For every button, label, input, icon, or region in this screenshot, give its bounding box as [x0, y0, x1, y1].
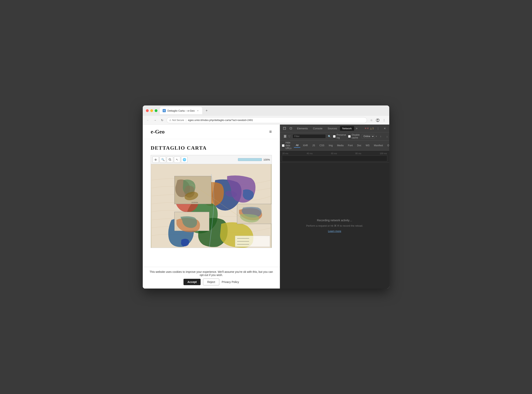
devtools-tab-network[interactable]: Network: [340, 126, 354, 131]
subtab-all[interactable]: All: [294, 143, 300, 148]
svg-text:LEGENDA: LEGENDA: [192, 202, 198, 203]
devtools-tab-elements[interactable]: Elements: [295, 126, 310, 131]
reject-button[interactable]: Reject: [203, 279, 219, 285]
map-tool-globe[interactable]: 🌐: [181, 156, 187, 163]
svg-rect-18: [290, 128, 292, 129]
forward-button[interactable]: →: [152, 117, 158, 123]
subtab-manifest[interactable]: Manifest: [372, 144, 385, 147]
error-badge: ✕ 4: [365, 127, 369, 130]
tab-favicon: G: [163, 109, 166, 112]
active-tab[interactable]: G Dettaglio Carta – e-Geo ×: [160, 107, 202, 114]
privacy-policy-link[interactable]: Privacy Policy: [222, 280, 239, 284]
preserve-log-checkbox[interactable]: Preserve log: [333, 134, 346, 139]
error-icon: ✕: [365, 127, 367, 130]
warning-badge: △ 1: [370, 127, 374, 130]
site-header: e-Geo ≡: [143, 124, 280, 139]
subtab-css[interactable]: CSS: [318, 144, 326, 147]
tab-close-button[interactable]: ×: [196, 109, 199, 112]
preserve-log-label: Preserve log: [337, 134, 346, 139]
disable-cache-label: Disable cache: [352, 134, 360, 139]
close-button[interactable]: [146, 109, 149, 112]
menu-button[interactable]: ⋮: [381, 117, 387, 123]
timeline-label-80ms: 80 ms: [355, 152, 361, 155]
error-count: 4: [367, 127, 369, 130]
inspect-element-button[interactable]: [282, 126, 287, 131]
profile-button[interactable]: [375, 117, 380, 123]
not-secure-label: Not Secure: [172, 119, 184, 122]
address-bar[interactable]: ⚠ Not Secure | egeo.unisi.it/index.php/d…: [167, 117, 367, 123]
subtab-ws[interactable]: WS: [364, 144, 371, 147]
bookmark-button[interactable]: ☆: [369, 117, 374, 123]
timeline-label-20ms: 20 ms: [282, 152, 288, 155]
devtools-more-button[interactable]: ⋮: [375, 126, 380, 131]
devtools-badges: ✕ 4 △ 1 ⋮ ✕: [365, 126, 387, 131]
hide-data-urls-label: Hide data URLs: [285, 141, 291, 150]
import-button[interactable]: ↑: [378, 134, 383, 139]
devtools-toolbar-actions: Online ▾ ↑ ↓ ⚙: [362, 134, 389, 139]
map-viewer: ⊕ 🔍 ↖ 🌐 100%: [151, 155, 272, 248]
back-button[interactable]: ←: [145, 117, 151, 123]
cookie-banner: This website uses cookies to improve you…: [143, 267, 280, 289]
devtools-panel: Elements Console Sources Network » ✕ 4 △…: [280, 124, 389, 289]
svg-rect-16: [283, 127, 286, 130]
timeline-bar: [282, 156, 387, 161]
zoom-container: 100%: [238, 158, 270, 161]
devtools-more-tabs[interactable]: »: [355, 127, 359, 130]
cookie-text: This website uses cookies to improve you…: [147, 270, 275, 277]
devtools-close-button[interactable]: ✕: [382, 126, 387, 131]
recording-label: Recording network activity…: [317, 219, 352, 222]
export-button[interactable]: ↓: [385, 134, 389, 139]
subtab-xhr[interactable]: XHR: [301, 144, 310, 147]
search-icon[interactable]: 🔍: [328, 135, 331, 138]
svg-text:━━━━━━━━━━━━━━━: ━━━━━━━━━━━━━━━: [237, 241, 249, 242]
throttle-select[interactable]: Online: [362, 134, 375, 139]
subtab-media[interactable]: Media: [335, 144, 345, 147]
subtab-other[interactable]: Other: [385, 144, 389, 147]
dropdown-icon: ▾: [376, 135, 377, 138]
subtab-js[interactable]: JS: [310, 144, 317, 147]
subtab-doc[interactable]: Doc: [355, 144, 363, 147]
warning-icon: △: [370, 127, 372, 130]
nav-bar: ← → ↻ ⚠ Not Secure | egeo.unisi.it/index…: [143, 116, 389, 124]
stop-button[interactable]: [284, 135, 286, 138]
recording-instruction: Perform a request or hit ⌘ R to record t…: [306, 224, 363, 227]
timeline-label-40ms: 40 ms: [307, 152, 313, 155]
filter-input[interactable]: [292, 134, 326, 139]
traffic-lights: [146, 109, 157, 112]
subtab-img[interactable]: Img: [327, 144, 334, 147]
refresh-button[interactable]: ↻: [159, 117, 165, 123]
subtab-font[interactable]: Font: [346, 144, 355, 147]
timeline-label-60ms: 60 ms: [331, 152, 337, 155]
maximize-button[interactable]: [155, 109, 157, 112]
hamburger-menu[interactable]: ≡: [269, 129, 272, 134]
hide-data-urls-checkbox[interactable]: Hide data URLs: [282, 141, 291, 150]
zoom-label: 100%: [263, 158, 270, 161]
device-toolbar-button[interactable]: [288, 126, 294, 131]
devtools-topbar: Elements Console Sources Network » ✕ 4 △…: [280, 124, 389, 132]
map-tool-zoom-out[interactable]: [167, 156, 173, 163]
network-empty-state: Recording network activity… Perform a re…: [280, 163, 389, 289]
devtools-tab-sources[interactable]: Sources: [325, 126, 339, 131]
zoom-bar[interactable]: [238, 158, 262, 161]
accept-button[interactable]: Accept: [183, 279, 201, 285]
filter-icon: ▽: [288, 135, 290, 138]
site-logo: e-Geo: [151, 129, 165, 135]
map-tool-arrow[interactable]: ↖: [174, 156, 180, 163]
security-indicator: ⚠ Not Secure: [169, 119, 184, 122]
title-bar: G Dettaglio Carta – e-Geo × +: [143, 105, 389, 116]
timeline-area: 20 ms 40 ms 60 ms 80 ms 100 ms: [280, 151, 389, 163]
minimize-button[interactable]: [150, 109, 153, 112]
browser-window: G Dettaglio Carta – e-Geo × + ← → ↻ ⚠ No…: [143, 105, 389, 289]
website-panel: e-Geo ≡ DETTAGLIO CARTA ⊕ 🔍: [143, 124, 280, 289]
map-tool-pan[interactable]: ⊕: [152, 156, 159, 163]
svg-line-21: [284, 136, 286, 137]
svg-point-1: [377, 119, 378, 120]
map-image-area[interactable]: LEGENDA: [151, 164, 272, 248]
new-tab-button[interactable]: +: [204, 108, 209, 114]
map-toolbar: ⊕ 🔍 ↖ 🌐 100%: [151, 155, 272, 164]
disable-cache-checkbox[interactable]: Disable cache: [348, 134, 360, 139]
map-tool-zoom-in[interactable]: 🔍: [160, 156, 166, 163]
svg-text:━━━━━━━━━━━━━━━: ━━━━━━━━━━━━━━━: [237, 244, 249, 245]
learn-more-link[interactable]: Learn more: [328, 230, 341, 233]
devtools-tab-console[interactable]: Console: [310, 126, 325, 131]
